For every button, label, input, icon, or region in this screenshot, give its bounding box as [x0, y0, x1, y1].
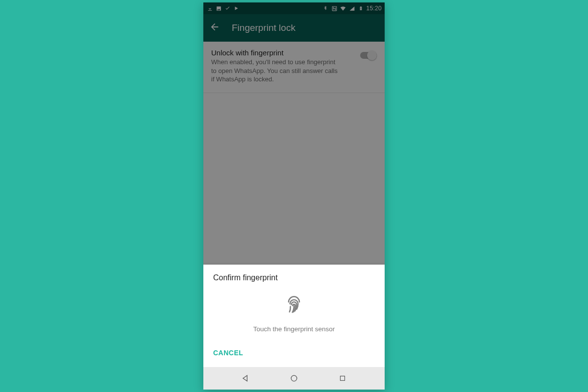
battery-charging-icon	[357, 5, 364, 12]
check-icon	[224, 5, 231, 12]
signal-icon	[348, 5, 355, 12]
arrow-back-icon	[209, 22, 220, 32]
setting-row-unlock[interactable]: Unlock with fingerprint When enabled, yo…	[211, 49, 377, 84]
nav-home-button[interactable]	[288, 372, 300, 385]
svg-point-1	[291, 375, 297, 381]
settings-section: Unlock with fingerprint When enabled, yo…	[203, 42, 385, 93]
setting-title: Unlock with fingerprint	[211, 49, 354, 57]
setting-subtitle: When enabled, you'll need to use fingerp…	[211, 58, 339, 84]
download-icon	[206, 5, 213, 12]
fingerprint-dialog: Confirm fingerprint Touch the fingerprin…	[203, 265, 385, 368]
wifi-icon	[340, 5, 346, 12]
status-right-cluster: 15:20	[322, 5, 382, 12]
cancel-button[interactable]: CANCEL	[213, 349, 243, 357]
square-recents-icon	[338, 374, 347, 383]
status-left-cluster	[206, 5, 240, 12]
status-bar: 15:20	[203, 2, 385, 14]
page-title: Fingerprint lock	[232, 23, 295, 33]
nav-back-button[interactable]	[239, 372, 252, 385]
phone-frame: 15:20 Fingerprint lock Unlock with finge…	[203, 2, 385, 390]
back-button[interactable]	[209, 22, 220, 34]
dialog-instruction: Touch the fingerprint sensor	[253, 325, 335, 333]
toggle-unlock-fingerprint[interactable]	[360, 50, 377, 60]
nav-recents-button[interactable]	[336, 372, 349, 385]
nfc-icon	[331, 5, 338, 12]
svg-rect-2	[341, 376, 345, 381]
app-bar: Fingerprint lock	[203, 14, 385, 42]
play-icon	[233, 5, 240, 12]
dialog-title: Confirm fingerprint	[213, 273, 375, 282]
fingerprint-icon	[283, 293, 305, 317]
switch-thumb	[367, 50, 377, 60]
circle-home-icon	[289, 373, 299, 383]
navigation-bar	[203, 367, 385, 390]
triangle-back-icon	[241, 373, 250, 383]
status-time: 15:20	[366, 5, 382, 12]
image-icon	[215, 5, 222, 12]
dialog-actions: CANCEL	[213, 343, 375, 363]
bluetooth-icon	[322, 5, 329, 12]
